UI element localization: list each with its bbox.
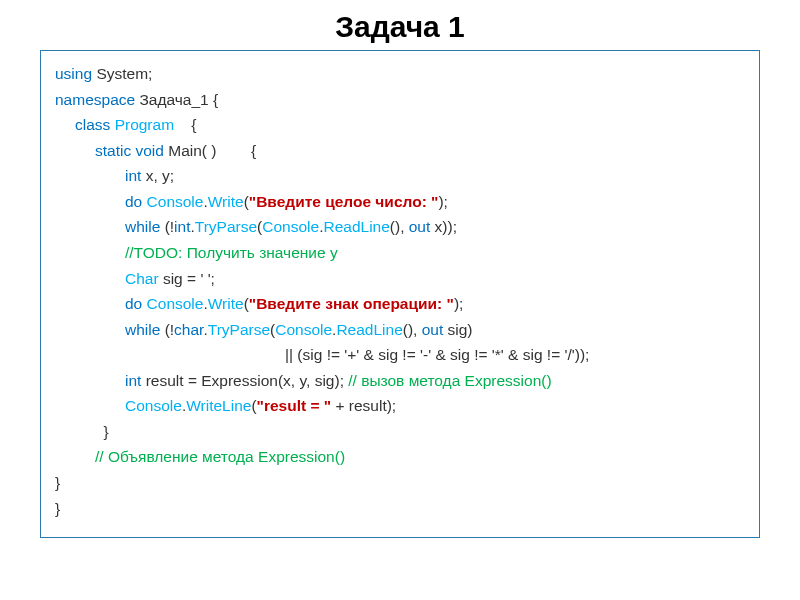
code-line: while (!char.TryParse(Console.ReadLine()… <box>55 317 745 343</box>
string: "result = " <box>257 397 332 414</box>
code-text: Задача_1 { <box>139 91 218 108</box>
code-text: } <box>95 423 109 440</box>
code-text: (! <box>165 218 174 235</box>
type: Console <box>275 321 332 338</box>
code-line: do Console.Write("Введите знак операции:… <box>55 291 745 317</box>
code-line: || (sig != '+' & sig != '-' & sig != '*'… <box>55 342 745 368</box>
code-text: } <box>55 500 60 517</box>
code-line: class Program { <box>55 112 745 138</box>
comment: //TODO: Получить значение у <box>125 244 338 261</box>
type: Write <box>208 193 244 210</box>
type: Console <box>147 295 204 312</box>
string: "Введите целое число: " <box>249 193 439 210</box>
code-line: // Объявление метода Expression() <box>55 444 745 470</box>
code-text: ); <box>454 295 463 312</box>
code-text: + result); <box>331 397 396 414</box>
keyword: class <box>75 116 115 133</box>
code-text: { <box>174 116 196 133</box>
code-text: } <box>55 474 60 491</box>
code-line: } <box>55 419 745 445</box>
code-line: Console.WriteLine("result = " + result); <box>55 393 745 419</box>
code-line: int result = Expression(x, y, sig); // в… <box>55 368 745 394</box>
code-text: (! <box>165 321 174 338</box>
type: ReadLine <box>323 218 389 235</box>
keyword: char <box>174 321 203 338</box>
code-line: do Console.Write("Введите целое число: "… <box>55 189 745 215</box>
type: Console <box>262 218 319 235</box>
keyword: int <box>125 167 146 184</box>
code-line: } <box>55 496 745 522</box>
keyword: int <box>174 218 190 235</box>
code-line: static void Main( ) { <box>55 138 745 164</box>
code-text: (), <box>403 321 422 338</box>
comment: // вызов метода Expression() <box>348 372 551 389</box>
keyword: int <box>125 372 146 389</box>
keyword: out <box>422 321 448 338</box>
code-text: sig = ' '; <box>163 270 215 287</box>
type: WriteLine <box>186 397 251 414</box>
code-text: Main( ) { <box>168 142 256 159</box>
keyword: using <box>55 65 96 82</box>
code-text: result = Expression(x, y, sig); <box>146 372 349 389</box>
keyword: do <box>125 193 147 210</box>
code-text: || (sig != '+' & sig != '-' & sig != '*'… <box>285 346 589 363</box>
keyword: out <box>409 218 435 235</box>
code-block: using System; namespace Задача_1 { class… <box>40 50 760 538</box>
keyword: while <box>125 321 165 338</box>
keyword: namespace <box>55 91 139 108</box>
type: TryParse <box>195 218 257 235</box>
code-line: int x, y; <box>55 163 745 189</box>
code-line: namespace Задача_1 { <box>55 87 745 113</box>
slide-title: Задача 1 <box>40 10 760 44</box>
comment: // Объявление метода Expression() <box>95 448 345 465</box>
code-text: System; <box>96 65 152 82</box>
code-line: Char sig = ' '; <box>55 266 745 292</box>
type: Console <box>125 397 182 414</box>
type: Char <box>125 270 163 287</box>
type: Program <box>115 116 174 133</box>
slide: Задача 1 using System; namespace Задача_… <box>0 0 800 548</box>
keyword: static void <box>95 142 168 159</box>
type: Write <box>208 295 244 312</box>
code-text: sig) <box>448 321 473 338</box>
keyword: while <box>125 218 165 235</box>
code-text: (), <box>390 218 409 235</box>
keyword: do <box>125 295 147 312</box>
type: Console <box>147 193 204 210</box>
code-line: } <box>55 470 745 496</box>
code-text: ); <box>438 193 447 210</box>
code-line: //TODO: Получить значение у <box>55 240 745 266</box>
type: TryParse <box>208 321 270 338</box>
string: "Введите знак операции: " <box>249 295 454 312</box>
code-line: using System; <box>55 61 745 87</box>
code-text: x, y; <box>146 167 174 184</box>
type: ReadLine <box>336 321 402 338</box>
code-line: while (!int.TryParse(Console.ReadLine(),… <box>55 214 745 240</box>
code-text: x)); <box>435 218 457 235</box>
